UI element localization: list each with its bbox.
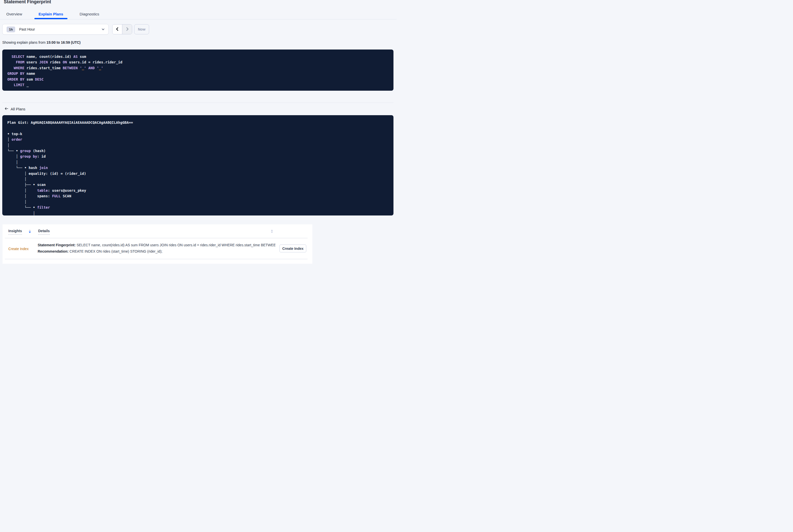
code-line: │ spans: FULL SCAN — [7, 193, 389, 199]
code-line: │ group by: id — [7, 154, 389, 159]
code-line: ORDER BY sum DESC — [7, 77, 389, 82]
chevron-down-icon — [101, 27, 105, 31]
code-line: Plan Gist: AgHUAQIABQAAAAHYAQIAiAEAAAADC… — [7, 120, 389, 125]
next-interval-button[interactable] — [122, 24, 132, 34]
time-range-label: Past Hour — [19, 27, 35, 31]
plan-tree: Plan Gist: AgHUAQIABQAAAAHYAQIAiAEAAAADC… — [7, 120, 389, 215]
sql-fingerprint-box: SELECT name, count(rides.id) AS sum FROM… — [2, 50, 394, 91]
time-range-badge: 1h — [6, 26, 15, 32]
code-line: • top-k — [7, 131, 389, 137]
tab-diagnostics[interactable]: Diagnostics — [75, 10, 103, 19]
code-line: FROM users JOIN rides ON users.id = ride… — [7, 59, 389, 65]
code-line: LIMIT _ — [7, 82, 389, 88]
code-line: WHERE rides.start_time BETWEEN '_' AND '… — [7, 65, 389, 71]
create-index-button[interactable]: Create Index — [280, 245, 306, 252]
tab-overview[interactable]: Overview — [2, 10, 26, 19]
code-line: │ table: users@users_pkey — [7, 188, 389, 193]
showing-prefix: Showing explain plans from — [2, 40, 46, 44]
statement-fingerprint-line: Statement Fingerprint: SELECT name, coun… — [38, 243, 276, 247]
page-title: Statement Fingerprint — [4, 0, 51, 4]
back-arrow-icon — [4, 107, 8, 111]
insights-card: Insights Details Create Index Statement … — [2, 224, 313, 264]
showing-range: 15:00 to 16:59 (UTC) — [46, 40, 81, 44]
sort-down-arrow — [29, 232, 31, 233]
sort-down-arrow — [271, 232, 273, 233]
plan-gist-box: Plan Gist: AgHUAQIABQAAAAHYAQIAiAEAAAADC… — [2, 115, 394, 215]
all-plans-label: All Plans — [11, 107, 25, 111]
table-row-divider — [5, 259, 307, 259]
section-divider — [2, 102, 394, 103]
code-line: │ — [7, 210, 389, 216]
insight-type-link[interactable]: Create Index — [8, 247, 29, 251]
time-pager — [112, 24, 132, 34]
sort-up-arrow — [271, 230, 273, 231]
previous-interval-button[interactable] — [112, 24, 122, 34]
code-line: │ — [7, 176, 389, 182]
code-line: ├── • scan — [7, 182, 389, 187]
chevron-right-icon — [125, 27, 129, 32]
sort-up-arrow — [29, 230, 31, 231]
code-line: │ equality: (id) = (rider_id) — [7, 171, 389, 176]
time-range-select[interactable]: 1h Past Hour — [2, 24, 109, 35]
now-button[interactable]: Now — [134, 24, 149, 34]
column-header-insights[interactable]: Insights — [8, 229, 22, 233]
code-line: │ — [7, 199, 389, 205]
insight-details-cell: Statement Fingerprint: SELECT name, coun… — [38, 243, 276, 255]
statement-fingerprint-page: Statement Fingerprint OverviewExplain Pl… — [0, 0, 396, 266]
sort-icon-insights[interactable] — [29, 230, 31, 233]
code-line: │ — [7, 159, 389, 165]
table-header-divider — [5, 238, 307, 238]
column-header-details[interactable]: Details — [38, 229, 50, 233]
code-line: └── • filter — [7, 205, 389, 210]
code-line: └── • group (hash) — [7, 148, 389, 154]
showing-range-text: Showing explain plans from 15:00 to 16:5… — [2, 40, 81, 44]
code-line: │ — [7, 142, 389, 148]
recommendation-line: Recommendation: CREATE INDEX ON rides (s… — [38, 249, 276, 254]
all-plans-link[interactable]: All Plans — [4, 107, 25, 111]
code-line: └── • hash join — [7, 165, 389, 171]
code-line — [7, 125, 389, 131]
tab-bar: OverviewExplain PlansDiagnostics — [0, 10, 396, 19]
code-line: │ order — [7, 137, 389, 142]
chevron-left-icon — [115, 27, 119, 32]
tab-explain-plans[interactable]: Explain Plans — [34, 10, 68, 19]
code-line: SELECT name, count(rides.id) AS sum — [7, 54, 389, 59]
sort-icon-details[interactable] — [271, 230, 273, 233]
sql-code: SELECT name, count(rides.id) AS sum FROM… — [7, 54, 389, 88]
code-line: GROUP BY name — [7, 71, 389, 76]
